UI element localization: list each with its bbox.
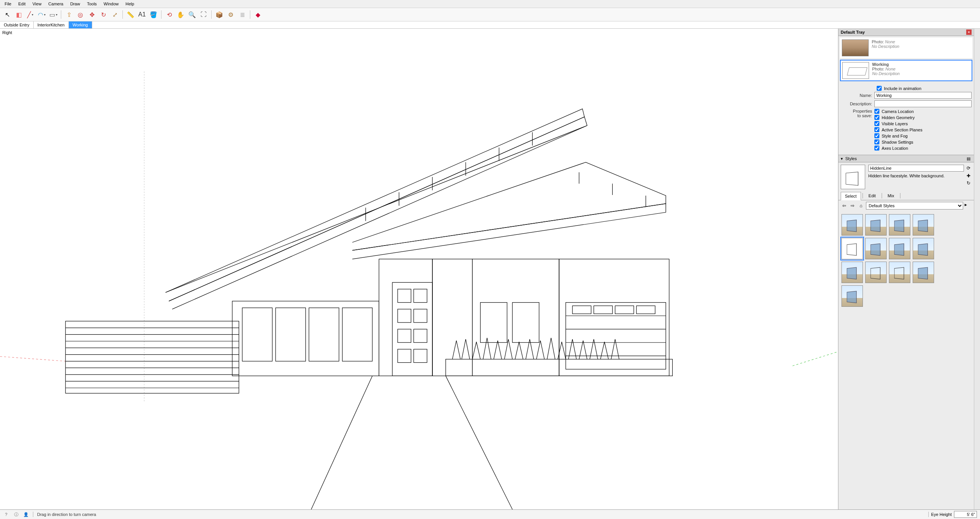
- style-collection-select[interactable]: Default Styles: [866, 202, 963, 210]
- details-icon[interactable]: ▸: [965, 202, 972, 209]
- move-tool[interactable]: ✥: [87, 10, 97, 20]
- style-thumb-9[interactable]: [865, 262, 887, 283]
- pan-tool[interactable]: ✋: [176, 10, 186, 20]
- status-hint: Drag in direction to turn camera: [37, 512, 96, 517]
- prop-check-label-5: Shadow Settings: [882, 140, 913, 144]
- shape-tool[interactable]: ▭: [48, 10, 58, 20]
- tray-header[interactable]: Default Tray ×: [838, 29, 974, 36]
- properties-to-save-label: Properties to save:: [841, 109, 874, 152]
- svg-rect-38: [398, 329, 411, 342]
- zoom-tool[interactable]: 🔍: [187, 10, 197, 20]
- toolbar: ↖◧╱◠▭⇪◎✥↻⤢📏A1🪣⟲✋🔍⛶📦⚙≣◆: [0, 8, 980, 21]
- style-thumb-12[interactable]: [841, 285, 863, 307]
- scene-tab-1[interactable]: InteriorKitchen: [34, 21, 69, 28]
- svg-rect-52: [636, 306, 655, 314]
- update-style-icon[interactable]: ⟳: [965, 165, 972, 171]
- pushpull-tool[interactable]: ⇪: [64, 10, 74, 20]
- viewport-label: Right: [2, 30, 12, 35]
- scene-properties: Include in animation Name: Description: …: [838, 83, 974, 155]
- scene-name-label: Name:: [841, 93, 874, 98]
- menu-view[interactable]: View: [29, 1, 45, 7]
- style-thumb-6[interactable]: [889, 238, 910, 259]
- menu-tools[interactable]: Tools: [84, 1, 100, 7]
- user-icon[interactable]: 👤: [23, 511, 29, 517]
- viewport[interactable]: Right: [0, 29, 838, 509]
- style-thumb-4[interactable]: [841, 238, 863, 259]
- prop-check-0[interactable]: [874, 109, 879, 114]
- layers-tool[interactable]: ≣: [237, 10, 247, 20]
- rotate-tool[interactable]: ↻: [98, 10, 108, 20]
- prop-check-4[interactable]: [874, 133, 879, 138]
- prop-check-5[interactable]: [874, 139, 879, 144]
- scene-desc-label: Description:: [841, 102, 874, 106]
- style-thumb-0[interactable]: [841, 214, 863, 236]
- svg-rect-16: [472, 259, 559, 376]
- menu-draw[interactable]: Draw: [67, 1, 83, 7]
- style-thumb-2[interactable]: [889, 214, 910, 236]
- warehouse-tool[interactable]: 📦: [214, 10, 224, 20]
- close-icon[interactable]: ×: [966, 29, 972, 35]
- scene-name-input[interactable]: [874, 92, 972, 99]
- menu-help[interactable]: Help: [122, 1, 137, 7]
- collapse-icon[interactable]: ▾: [841, 156, 843, 161]
- scene-card-desc: No Description: [872, 71, 900, 76]
- orbit-tool[interactable]: ⟲: [164, 10, 174, 20]
- refresh-style-icon[interactable]: ↻: [965, 180, 972, 186]
- tape-tool[interactable]: 📏: [126, 10, 135, 20]
- svg-rect-42: [480, 303, 507, 343]
- offset-tool[interactable]: ◎: [75, 10, 85, 20]
- menu-edit[interactable]: Edit: [15, 1, 29, 7]
- scene-card-0[interactable]: Photo: NoneNo Description: [840, 38, 972, 58]
- zoom-extents-tool[interactable]: ⛶: [199, 10, 209, 20]
- text-tool[interactable]: A1: [137, 10, 147, 20]
- paint-tool[interactable]: 🪣: [148, 10, 158, 20]
- info-icon[interactable]: ⓘ: [13, 511, 19, 517]
- scene-card-desc: No Description: [872, 44, 899, 49]
- scene-desc-input[interactable]: [874, 100, 972, 107]
- scene-card-1[interactable]: WorkingPhoto: NoneNo Description: [840, 60, 972, 81]
- styles-panel-header[interactable]: ▾ Styles ▤: [838, 155, 974, 162]
- measurement-input[interactable]: [954, 511, 977, 518]
- scene-tabs: Outside EntryInteriorKitchenWorking: [0, 21, 980, 29]
- arc-tool[interactable]: ◠: [37, 10, 47, 20]
- style-thumb-3[interactable]: [913, 214, 934, 236]
- prop-check-3[interactable]: [874, 127, 879, 132]
- prop-check-6[interactable]: [874, 146, 879, 151]
- help-icon[interactable]: ?: [3, 511, 9, 517]
- extension-tool[interactable]: ⚙: [226, 10, 236, 20]
- svg-rect-37: [414, 309, 427, 323]
- eraser-tool[interactable]: ◧: [14, 10, 24, 20]
- nav-back-icon[interactable]: ⇦: [841, 202, 848, 209]
- tray-scrollbar[interactable]: [974, 29, 980, 509]
- prop-check-1[interactable]: [874, 115, 879, 120]
- panel-menu-icon[interactable]: ▤: [965, 156, 972, 161]
- include-animation-checkbox[interactable]: [877, 86, 882, 91]
- scene-tab-2[interactable]: Working: [69, 21, 92, 28]
- home-icon[interactable]: ⌂: [858, 202, 864, 209]
- scale-tool[interactable]: ⤢: [110, 10, 120, 20]
- svg-rect-41: [414, 349, 427, 363]
- prop-check-2[interactable]: [874, 121, 879, 126]
- style-thumb-11[interactable]: [913, 262, 934, 283]
- menu-camera[interactable]: Camera: [45, 1, 66, 7]
- style-thumb-7[interactable]: [913, 238, 934, 259]
- menu-file[interactable]: File: [2, 1, 15, 7]
- create-style-icon[interactable]: ✚: [965, 173, 972, 179]
- style-tab-select[interactable]: Select: [841, 192, 861, 200]
- ruby-tool[interactable]: ◆: [253, 10, 263, 20]
- style-thumb-8[interactable]: [841, 262, 863, 283]
- line-tool[interactable]: ╱: [25, 10, 35, 20]
- nav-fwd-icon[interactable]: ⇨: [849, 202, 856, 209]
- style-tab-mix[interactable]: Mix: [884, 192, 898, 200]
- style-thumb-10[interactable]: [889, 262, 910, 283]
- style-tab-edit[interactable]: Edit: [864, 192, 880, 200]
- include-animation-label: Include in animation: [884, 86, 921, 91]
- style-name-input[interactable]: [868, 165, 964, 172]
- select-tool[interactable]: ↖: [2, 10, 12, 20]
- style-thumb-1[interactable]: [865, 214, 887, 236]
- scene-tab-0[interactable]: Outside Entry: [0, 21, 34, 28]
- style-thumb-5[interactable]: [865, 238, 887, 259]
- menu-window[interactable]: Window: [101, 1, 122, 7]
- svg-rect-31: [309, 308, 339, 361]
- prop-check-label-3: Active Section Planes: [882, 128, 922, 132]
